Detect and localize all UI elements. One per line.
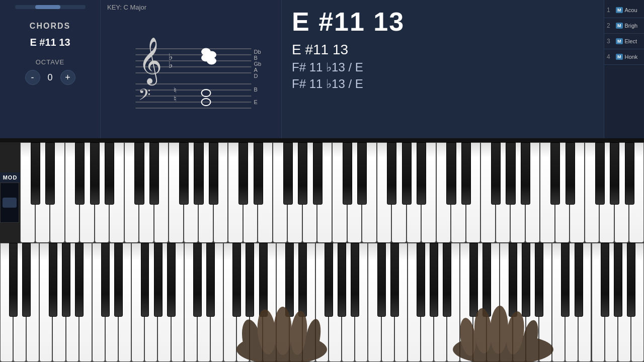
black-key[interactable] [417,142,426,205]
mod-slider[interactable] [0,183,19,223]
black-key[interactable] [298,142,307,205]
svg-text:𝄢: 𝄢 [138,86,150,107]
black-key[interactable] [246,243,254,317]
black-key[interactable] [595,142,605,205]
sidebar-badge-3: M [616,38,623,44]
black-key[interactable] [238,142,248,205]
black-key[interactable] [521,142,530,205]
black-key[interactable] [561,243,570,317]
black-key[interactable] [9,243,18,317]
black-key[interactable] [351,243,359,317]
black-key[interactable] [254,142,263,205]
black-key[interactable] [49,243,57,317]
black-key[interactable] [446,142,456,205]
black-key[interactable] [377,243,386,317]
black-key[interactable] [627,243,635,317]
sidebar-item-2[interactable]: 2 M Brigh [604,18,644,34]
black-key[interactable] [357,142,367,205]
black-key[interactable] [22,243,31,317]
piano-upper[interactable] [20,142,644,243]
lower-piano-keys[interactable] [0,243,644,362]
black-key[interactable] [194,142,203,205]
black-key[interactable] [193,243,202,317]
black-key[interactable] [610,142,619,205]
black-key[interactable] [443,243,451,317]
black-key[interactable] [114,243,123,317]
sidebar-num-1: 1 [607,7,614,14]
black-key[interactable] [625,142,634,205]
chord-list: E #11 13 F# 11 ♭13 / E F# 11 ♭13 / E [292,41,594,91]
mod-slider-knob [3,198,17,208]
black-key[interactable] [387,142,396,205]
black-key[interactable] [550,142,560,205]
sidebar-num-2: 2 [607,22,614,29]
black-key[interactable] [575,243,583,317]
main-chord-title: E #11 13 [292,8,594,36]
black-key[interactable] [62,243,70,317]
piano-lower[interactable] [0,243,644,362]
black-key[interactable] [206,243,215,317]
black-key[interactable] [469,243,478,317]
svg-text:𝄞: 𝄞 [138,38,162,86]
black-key[interactable] [482,243,491,317]
black-key[interactable] [535,243,543,317]
black-key[interactable] [259,243,268,317]
keyboard-divider [0,138,644,142]
black-key[interactable] [430,243,438,317]
black-key[interactable] [45,142,55,205]
scrollbar[interactable] [15,5,86,9]
black-key[interactable] [179,142,189,205]
staff-svg: 𝄞 𝄢 ♭ ♭ ♮ ♮ Db B [103,24,279,124]
chord-item-2: F# 11 ♭13 / E [292,60,594,75]
black-key[interactable] [285,243,294,317]
svg-text:Gb: Gb [254,61,262,67]
black-key[interactable] [506,142,515,205]
black-key[interactable] [491,142,501,205]
black-key[interactable] [134,142,144,205]
black-key[interactable] [601,243,609,317]
black-key[interactable] [509,243,517,317]
black-key[interactable] [232,243,241,317]
mod-label: MOD [0,172,20,183]
svg-text:♭: ♭ [169,60,173,70]
octave-plus-button[interactable]: + [60,70,75,85]
black-key[interactable] [31,142,40,205]
chord-item-1: E #11 13 [292,41,594,58]
octave-label: OCTAVE [36,58,65,66]
sidebar-item-1[interactable]: 1 M Acou [604,3,644,18]
black-key[interactable] [390,243,399,317]
sidebar-num-3: 3 [607,38,614,45]
svg-text:♮: ♮ [174,86,177,95]
black-key[interactable] [402,142,412,205]
black-key[interactable] [298,243,307,317]
sidebar-item-4[interactable]: 4 M Honk [604,49,644,65]
sidebar-badge-4: M [616,54,623,60]
upper-piano-keys[interactable] [20,142,644,243]
black-key[interactable] [417,243,425,317]
sidebar-text-1: Acou [625,7,637,13]
octave-minus-button[interactable]: - [25,70,40,85]
black-key[interactable] [338,243,346,317]
keyboard-section: MOD [0,142,644,362]
black-key[interactable] [141,243,149,317]
black-key[interactable] [154,243,163,317]
black-key[interactable] [522,243,530,317]
black-key[interactable] [566,142,575,205]
black-key[interactable] [209,142,218,205]
right-sidebar: 1 M Acou 2 M Brigh 3 M Elect 4 M Honk [604,0,644,138]
black-key[interactable] [614,243,622,317]
black-key[interactable] [167,243,176,317]
black-key[interactable] [325,243,333,317]
black-key[interactable] [283,142,293,205]
black-key[interactable] [90,142,100,205]
black-key[interactable] [461,142,471,205]
sidebar-item-3[interactable]: 3 M Elect [604,34,644,49]
black-key[interactable] [149,142,159,205]
black-key[interactable] [105,142,114,205]
svg-text:B: B [254,55,258,61]
black-key[interactable] [75,243,84,317]
black-key[interactable] [75,142,85,205]
black-key[interactable] [343,142,352,205]
black-key[interactable] [101,243,110,317]
black-key[interactable] [313,142,323,205]
